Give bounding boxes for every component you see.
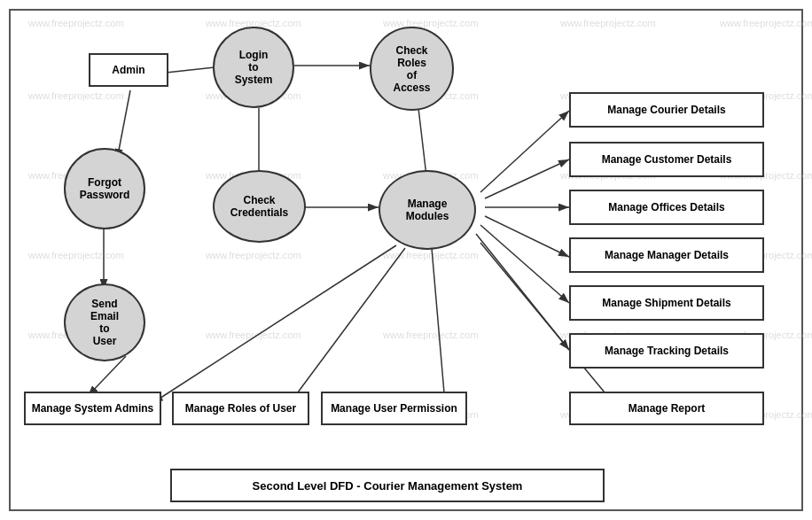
watermark-18: www.freeprojectz.com [383,250,479,260]
admin-node: Admin [89,53,168,87]
watermark-4: www.freeprojectz.com [560,18,656,28]
watermark-22: www.freeprojectz.com [206,330,301,340]
svg-line-2 [117,90,130,159]
svg-line-10 [290,248,405,403]
svg-line-17 [476,234,569,350]
manage-modules-node: Manage Modules [379,170,476,250]
manage-offices-details-node: Manage Offices Details [569,190,764,225]
manage-shipment-details-node: Manage Shipment Details [569,285,764,321]
manage-roles-of-user-node: Manage Roles of User [172,392,309,425]
watermark-1: www.freeprojectz.com [28,18,124,28]
svg-line-15 [485,216,569,257]
svg-line-8 [88,356,126,396]
manage-customer-details-node: Manage Customer Details [569,142,764,177]
svg-line-16 [480,225,569,303]
diagram-container: www.freeprojectz.com www.freeprojectz.co… [9,9,803,511]
manage-report-node: Manage Report [569,392,764,425]
check-roles-node: Check Roles of Access [370,27,454,111]
watermark-23: www.freeprojectz.com [383,330,479,340]
check-credentials-node: Check Credentials [213,170,306,243]
login-node: Login to System [213,27,294,108]
svg-line-11 [432,248,445,403]
watermark-3: www.freeprojectz.com [383,18,479,28]
watermark-16: www.freeprojectz.com [28,250,124,260]
manage-courier-details-node: Manage Courier Details [569,92,764,128]
watermark-17: www.freeprojectz.com [206,250,301,260]
svg-line-9 [152,245,396,403]
manage-tracking-details-node: Manage Tracking Details [569,333,764,369]
forgot-password-node: Forgot Password [64,148,145,229]
svg-line-12 [480,111,569,192]
manage-system-admins-node: Manage System Admins [24,392,161,425]
watermark-5: www.freeprojectz.com [720,18,812,28]
diagram-title: Second Level DFD - Courier Management Sy… [170,469,605,502]
manage-user-permission-node: Manage User Permission [321,392,467,425]
send-email-node: Send Email to User [64,283,145,361]
manage-manager-details-node: Manage Manager Details [569,237,764,273]
svg-line-13 [485,159,569,198]
watermark-6: www.freeprojectz.com [28,90,124,101]
